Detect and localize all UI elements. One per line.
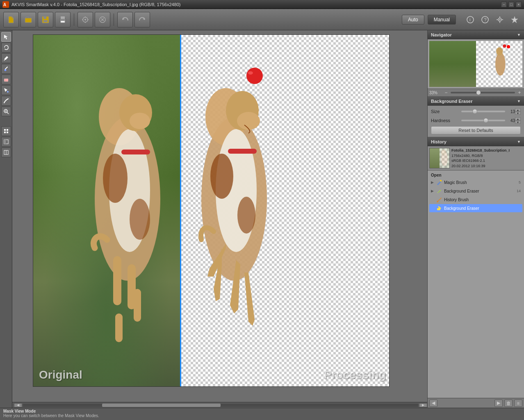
navigator-section: Navigator ▼ xyxy=(428,30,524,97)
scroll-thumb[interactable] xyxy=(102,404,221,407)
size-slider[interactable] xyxy=(461,111,505,112)
horizontal-scrollbar[interactable]: ◀ ▶ xyxy=(12,402,427,408)
history-back-button[interactable]: ◀ xyxy=(429,400,437,407)
bg-eraser-list-label: Background Eraser xyxy=(444,189,479,193)
reset-defaults-button[interactable]: Reset to Defaults xyxy=(431,126,521,134)
options-button[interactable] xyxy=(95,12,110,27)
history-dimensions: 1756x2480, RGB/8 xyxy=(451,153,522,159)
svg-point-72 xyxy=(503,44,506,48)
history-panel: History ▼ Fotolia_15268418_Subscription_… xyxy=(428,137,524,408)
processing-canvas[interactable]: Processing xyxy=(181,35,390,387)
history-list: Open ▶ Magic Brush 5 ▶ Background E xyxy=(428,170,524,398)
split-divider[interactable] xyxy=(180,35,181,387)
canvas-area[interactable]: Original xyxy=(12,30,427,408)
magic-brush-expand-icon[interactable]: ▶ xyxy=(431,180,435,184)
lasso-tool[interactable] xyxy=(1,43,11,52)
history-thumbnail-row: Fotolia_15268418_Subscription_I 1756x248… xyxy=(428,146,524,170)
info-button[interactable]: i xyxy=(464,14,476,26)
svg-marker-29 xyxy=(4,35,8,39)
hardness-decrement-button[interactable]: ▼ xyxy=(515,120,521,124)
settings-button[interactable] xyxy=(77,12,93,27)
history-open-label: Open xyxy=(429,172,522,178)
hardness-slider[interactable] xyxy=(461,120,505,121)
close-button[interactable]: × xyxy=(516,2,522,7)
redo-button[interactable] xyxy=(134,12,150,27)
manual-mode-button[interactable]: Manual xyxy=(428,15,456,25)
history-item-magic-brush[interactable]: ▶ Magic Brush 5 xyxy=(429,178,522,186)
open-button[interactable] xyxy=(21,12,36,27)
svg-rect-43 xyxy=(7,132,8,133)
scroll-track[interactable] xyxy=(23,404,418,407)
minimize-button[interactable]: − xyxy=(501,2,507,7)
navigator-thumbnail xyxy=(428,39,524,89)
scroll-left-btn[interactable]: ◀ xyxy=(14,403,22,407)
svg-text:A: A xyxy=(3,2,6,7)
paint-tool[interactable] xyxy=(1,85,11,95)
zoom-out-button[interactable]: − xyxy=(443,90,449,95)
zoom-slider-thumb[interactable] xyxy=(476,91,481,95)
zoom-in-button[interactable]: + xyxy=(517,90,522,95)
zoom-tool[interactable] xyxy=(1,107,11,116)
star-button[interactable] xyxy=(508,14,521,26)
svg-rect-5 xyxy=(43,20,48,22)
svg-rect-42 xyxy=(4,132,6,133)
history-thumbnail-image xyxy=(429,148,450,168)
auto-mode-button[interactable]: Auto xyxy=(402,15,424,25)
svg-point-52 xyxy=(130,113,150,129)
grid-tool[interactable] xyxy=(1,126,11,136)
brush-tool[interactable] xyxy=(1,64,11,74)
svg-point-64 xyxy=(237,112,260,130)
eyedropper-tool[interactable] xyxy=(1,53,11,63)
svg-rect-45 xyxy=(4,140,6,144)
print-button[interactable] xyxy=(55,12,71,27)
smudge-tool[interactable] xyxy=(1,96,11,106)
bg-eraser-section: Background Eraser ▼ Size 13 ▲ ▼ Hardness xyxy=(428,97,524,137)
eraser-tool[interactable] xyxy=(1,75,11,84)
magic-brush-icon xyxy=(436,179,442,186)
svg-marker-28 xyxy=(511,16,518,23)
view-mode-2[interactable] xyxy=(1,148,11,157)
right-panel: Navigator ▼ xyxy=(427,30,524,408)
navigator-header[interactable]: Navigator ▼ xyxy=(428,30,524,39)
magic-brush-count: 5 xyxy=(519,180,521,184)
history-item-bg-eraser[interactable]: ▶ Background Eraser 14 xyxy=(429,187,522,195)
history-list-button[interactable]: ≡ xyxy=(514,400,522,407)
undo-button[interactable] xyxy=(117,12,133,27)
split-view: Original xyxy=(33,34,390,387)
svg-point-23 xyxy=(499,19,501,20)
statusbar-description: Here you can switch between the Mask Vie… xyxy=(3,413,99,418)
zoom-slider[interactable] xyxy=(451,92,515,93)
svg-rect-33 xyxy=(4,79,8,82)
size-increment-button[interactable]: ▲ xyxy=(515,108,521,111)
svg-rect-8 xyxy=(61,21,65,23)
history-delete-button[interactable]: 🗑 xyxy=(504,400,513,407)
svg-rect-2 xyxy=(25,18,32,23)
bg-eraser-expand-icon[interactable]: ▶ xyxy=(431,189,435,193)
history-header[interactable]: History ▼ xyxy=(428,137,524,146)
save-button[interactable] xyxy=(38,12,53,27)
history-item-history-brush[interactable]: History Brush xyxy=(429,195,522,204)
bg-eraser-header[interactable]: Background Eraser ▼ xyxy=(428,97,524,106)
history-item-bg-eraser-active[interactable]: Background Eraser xyxy=(429,204,522,212)
history-play-button[interactable]: ▶ xyxy=(494,400,503,407)
svg-line-76 xyxy=(438,190,441,193)
select-tool[interactable] xyxy=(1,32,11,42)
statusbar-title: Mask View Mode xyxy=(3,409,36,413)
toolbar: Auto Manual i ? xyxy=(0,9,524,30)
original-canvas[interactable]: Original xyxy=(33,35,181,387)
gear-button[interactable] xyxy=(494,14,506,26)
history-date: 20.02.2012 10:16:39 xyxy=(451,163,522,169)
view-mode-1[interactable] xyxy=(1,137,11,147)
scroll-right-btn[interactable]: ▶ xyxy=(419,403,427,407)
tools-panel xyxy=(0,30,12,408)
new-button[interactable] xyxy=(3,12,19,27)
hardness-slider-thumb[interactable] xyxy=(483,118,488,123)
hardness-increment-button[interactable]: ▲ xyxy=(515,117,521,120)
size-decrement-button[interactable]: ▼ xyxy=(515,111,521,115)
hardness-control-row: Hardness 43 ▲ ▼ xyxy=(431,117,521,124)
history-file-info: Fotolia_15268418_Subscription_I 1756x248… xyxy=(451,148,522,168)
size-slider-thumb[interactable] xyxy=(472,109,477,114)
help-button[interactable]: ? xyxy=(479,14,491,26)
dog-processing-svg xyxy=(181,35,390,387)
maximize-button[interactable]: □ xyxy=(508,2,514,7)
